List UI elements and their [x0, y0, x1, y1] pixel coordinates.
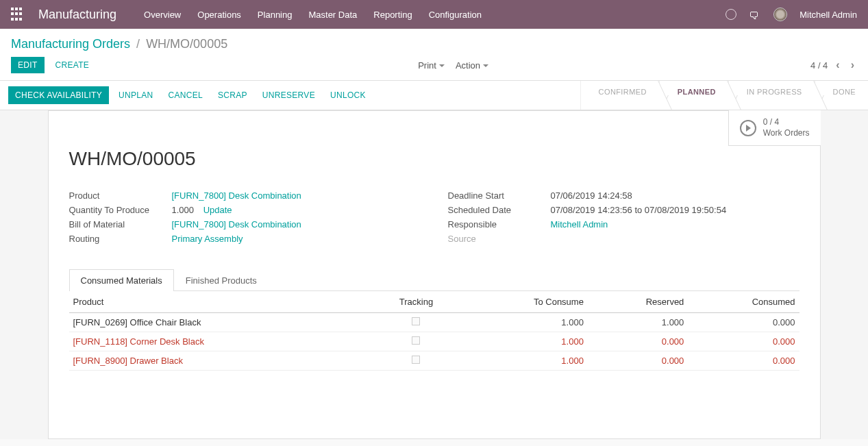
th-tracking[interactable]: Tracking: [371, 291, 462, 313]
create-button[interactable]: CREATE: [49, 57, 97, 73]
print-dropdown[interactable]: Print: [418, 60, 445, 71]
breadcrumb: Manufacturing Orders / WH/MO/00005: [11, 37, 227, 57]
pager-prev-icon[interactable]: ‹: [833, 59, 842, 71]
bom-value[interactable]: [FURN_7800] Desk Combination: [172, 219, 301, 230]
th-to-consume[interactable]: To Consume: [462, 291, 588, 313]
routing-label: Routing: [69, 234, 172, 244]
stat-count: 0 / 4: [763, 117, 810, 128]
qty-value: 1.000: [172, 205, 195, 215]
control-panel: Manufacturing Orders / WH/MO/00005 EDIT …: [0, 29, 868, 81]
play-icon: [740, 120, 756, 136]
scrap-button[interactable]: SCRAP: [212, 87, 253, 103]
tabs: Consumed Materials Finished Products: [69, 269, 799, 291]
pager-next-icon[interactable]: ›: [848, 59, 857, 71]
check-availability-button[interactable]: CHECK AVAILABILITY: [8, 86, 109, 104]
cancel-button[interactable]: CANCEL: [162, 87, 208, 103]
unreserve-button[interactable]: UNRESERVE: [257, 87, 321, 103]
table-row[interactable]: [FURN_1118] Corner Desk Black1.0000.0000…: [69, 332, 799, 351]
topnav-right: Mitchell Admin: [726, 8, 857, 21]
table-row[interactable]: [FURN_0269] Office Chair Black1.0001.000…: [69, 313, 799, 332]
unplan-button[interactable]: UNPLAN: [113, 87, 158, 103]
checkbox-icon[interactable]: [412, 336, 420, 345]
deadline-label: Deadline Start: [448, 190, 551, 201]
cell-reserved: 1.000: [588, 313, 688, 332]
cell-tracking[interactable]: [371, 351, 462, 371]
menu-master-data[interactable]: Master Data: [308, 10, 357, 20]
avatar[interactable]: [773, 8, 787, 21]
bom-label: Bill of Material: [69, 219, 172, 230]
activity-icon[interactable]: [726, 9, 736, 20]
cell-to-consume: 1.000: [462, 332, 588, 351]
menu-planning[interactable]: Planning: [258, 10, 293, 20]
source-label: Source: [448, 234, 551, 244]
username[interactable]: Mitchell Admin: [799, 10, 857, 20]
cell-to-consume: 1.000: [462, 351, 588, 371]
th-product[interactable]: Product: [69, 291, 371, 313]
sched-label: Scheduled Date: [448, 205, 551, 215]
menu-configuration[interactable]: Configuration: [429, 10, 482, 20]
status-step-in-progress[interactable]: IN PROGRESS: [728, 81, 815, 110]
breadcrumb-sep: /: [136, 37, 140, 51]
apps-icon[interactable]: [11, 8, 25, 21]
edit-button[interactable]: EDIT: [11, 57, 45, 73]
table-row[interactable]: [FURN_8900] Drawer Black1.0000.0000.000: [69, 351, 799, 371]
breadcrumb-leaf: WH/MO/00005: [146, 37, 227, 51]
deadline-value: 07/06/2019 14:24:58: [551, 190, 799, 201]
th-consumed[interactable]: Consumed: [688, 291, 799, 313]
cell-product: [FURN_1118] Corner Desk Black: [69, 332, 371, 351]
cell-product: [FURN_8900] Drawer Black: [69, 351, 371, 371]
breadcrumb-root[interactable]: Manufacturing Orders: [11, 37, 130, 51]
main-menu: Overview Operations Planning Master Data…: [144, 10, 482, 20]
routing-value[interactable]: Primary Assembly: [172, 234, 243, 244]
qty-label: Quantity To Produce: [69, 205, 172, 215]
menu-overview[interactable]: Overview: [144, 10, 181, 20]
form-sheet: 0 / 4 Work Orders WH/MO/00005 Product [F…: [48, 110, 821, 439]
sched-value: 07/08/2019 14:23:56 to 07/08/2019 19:50:…: [551, 205, 799, 215]
cell-tracking[interactable]: [371, 313, 462, 332]
cell-consumed: 0.000: [688, 332, 799, 351]
status-step-confirmed[interactable]: CONFIRMED: [580, 81, 659, 110]
action-dropdown[interactable]: Action: [456, 60, 488, 71]
cell-consumed: 0.000: [688, 313, 799, 332]
qty-update-link[interactable]: Update: [203, 205, 232, 215]
record-title: WH/MO/00005: [69, 148, 799, 170]
materials-table: Product Tracking To Consume Reserved Con…: [69, 291, 799, 371]
chat-icon[interactable]: [749, 10, 761, 20]
th-reserved[interactable]: Reserved: [588, 291, 688, 313]
cell-product: [FURN_0269] Office Chair Black: [69, 313, 371, 332]
tab-finished-products[interactable]: Finished Products: [174, 269, 269, 291]
cell-reserved: 0.000: [588, 351, 688, 371]
work-orders-stat-button[interactable]: 0 / 4 Work Orders: [728, 110, 821, 146]
resp-value[interactable]: Mitchell Admin: [551, 219, 608, 230]
stat-label: Work Orders: [763, 128, 810, 139]
checkbox-icon[interactable]: [412, 356, 420, 364]
statusbar: CONFIRMEDPLANNEDIN PROGRESSDONE: [580, 81, 868, 110]
menu-operations[interactable]: Operations: [197, 10, 241, 20]
resp-label: Responsible: [448, 219, 551, 230]
tab-consumed-materials[interactable]: Consumed Materials: [69, 269, 174, 291]
cell-tracking[interactable]: [371, 332, 462, 351]
app-brand[interactable]: Manufacturing: [38, 8, 116, 22]
status-row: CHECK AVAILABILITY UNPLAN CANCEL SCRAP U…: [0, 81, 868, 110]
checkbox-icon[interactable]: [412, 317, 420, 325]
cell-to-consume: 1.000: [462, 313, 588, 332]
top-nav: Manufacturing Overview Operations Planni…: [0, 0, 868, 29]
product-label: Product: [69, 190, 172, 201]
cell-consumed: 0.000: [688, 351, 799, 371]
cell-reserved: 0.000: [588, 332, 688, 351]
unlock-button[interactable]: UNLOCK: [325, 87, 371, 103]
menu-reporting[interactable]: Reporting: [373, 10, 412, 20]
pager-text: 4 / 4: [810, 60, 828, 71]
product-value[interactable]: [FURN_7800] Desk Combination: [172, 190, 301, 201]
